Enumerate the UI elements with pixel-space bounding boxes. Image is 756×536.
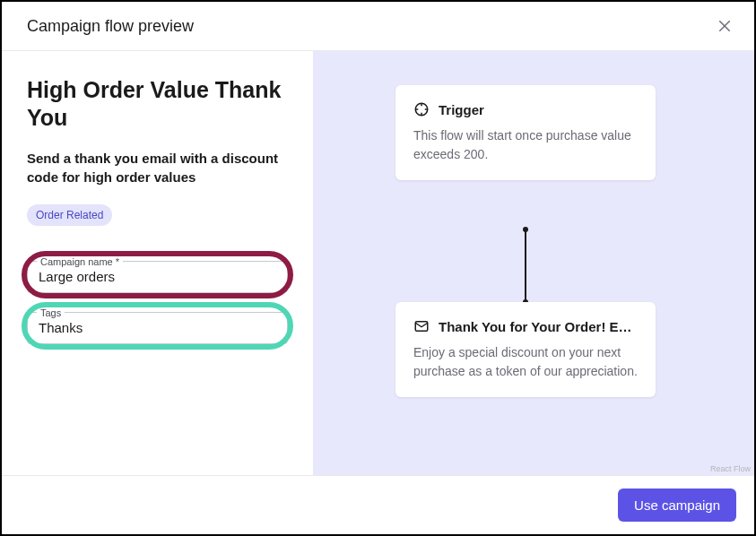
- trigger-body: This flow will start once purchase value…: [413, 126, 638, 164]
- tags-field-wrap: Tags: [27, 307, 288, 344]
- trigger-card-head: Trigger: [413, 101, 638, 117]
- tags-fieldset: Tags: [27, 307, 288, 344]
- use-campaign-button[interactable]: Use campaign: [618, 488, 736, 522]
- email-body: Enjoy a special discount on your next pu…: [413, 343, 638, 381]
- tags-label: Tags: [37, 307, 65, 318]
- flow-canvas[interactable]: Trigger This flow will start once purcha…: [313, 51, 754, 475]
- campaign-name-field-wrap: Campaign name *: [27, 256, 288, 293]
- campaign-name-fieldset: Campaign name *: [27, 256, 288, 293]
- left-panel: High Order Value Thank You Send a thank …: [2, 51, 313, 475]
- react-flow-attribution: React Flow: [710, 464, 751, 473]
- flow-node-trigger[interactable]: Trigger This flow will start once purcha…: [395, 85, 656, 180]
- crosshair-icon: [413, 101, 430, 117]
- modal-body: High Order Value Thank You Send a thank …: [2, 51, 754, 475]
- campaign-title: High Order Value Thank You: [27, 76, 288, 133]
- modal-footer: Use campaign: [2, 475, 754, 534]
- close-button[interactable]: [713, 14, 736, 38]
- flow-node-email[interactable]: Thank You for Your Order! Enj… Enjoy a s…: [395, 302, 656, 397]
- modal-header: Campaign flow preview: [2, 2, 754, 51]
- campaign-name-label: Campaign name *: [37, 256, 123, 267]
- flow-connector: [525, 229, 526, 302]
- campaign-flow-preview-modal: Campaign flow preview High Order Value T…: [2, 2, 754, 534]
- email-card-head: Thank You for Your Order! Enj…: [413, 318, 638, 334]
- modal-title: Campaign flow preview: [27, 17, 194, 36]
- campaign-name-input[interactable]: [39, 267, 276, 284]
- tags-input[interactable]: [39, 318, 276, 335]
- campaign-description: Send a thank you email with a discount c…: [27, 149, 288, 186]
- email-title: Thank You for Your Order! Enj…: [439, 319, 638, 334]
- trigger-title: Trigger: [439, 102, 484, 117]
- category-chip: Order Related: [27, 204, 112, 226]
- mail-icon: [413, 318, 430, 334]
- close-icon: [717, 18, 733, 34]
